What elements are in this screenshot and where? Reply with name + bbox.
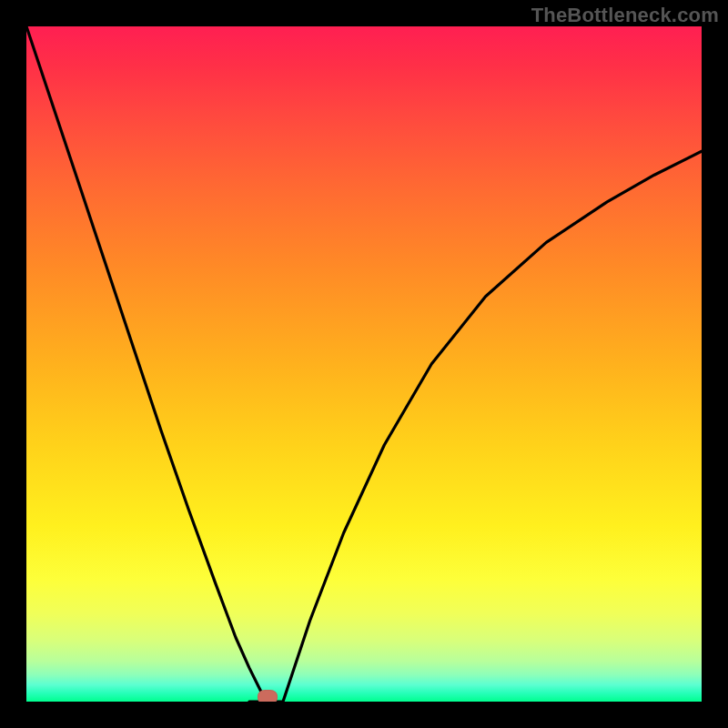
- plot-area: [26, 26, 702, 702]
- watermark-text: TheBottleneck.com: [531, 4, 719, 27]
- outer-frame: TheBottleneck.com: [0, 0, 728, 728]
- bottleneck-curve: [26, 26, 702, 702]
- optimum-marker: [258, 690, 278, 702]
